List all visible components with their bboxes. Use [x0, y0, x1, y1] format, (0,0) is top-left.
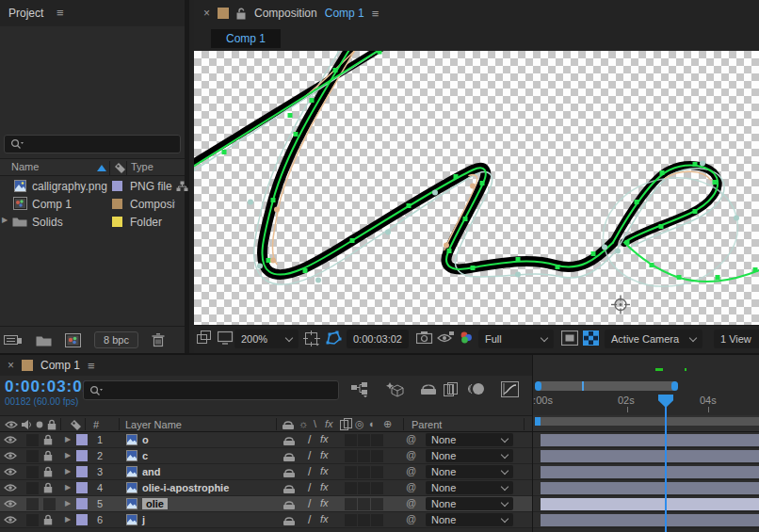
- switch-slots[interactable]: [345, 466, 383, 478]
- lock-toggle[interactable]: [43, 482, 53, 493]
- tab-comp1[interactable]: Comp 1: [211, 29, 281, 48]
- label-color[interactable]: [112, 217, 122, 227]
- label-color[interactable]: [76, 498, 88, 509]
- layer-bar-selected[interactable]: [533, 496, 759, 512]
- 3d-switch-icon[interactable]: ⊕: [383, 418, 392, 430]
- layer-name[interactable]: j: [142, 514, 145, 525]
- tab-comp1[interactable]: Comp 1: [40, 359, 80, 372]
- frame-blending-icon[interactable]: [444, 381, 460, 397]
- graph-editor-icon[interactable]: [501, 381, 519, 397]
- layer-name[interactable]: o: [142, 434, 149, 445]
- show-snapshot-icon[interactable]: [437, 330, 455, 344]
- label-color[interactable]: [76, 434, 88, 445]
- shy-toggle[interactable]: [283, 498, 296, 510]
- shy-switch-icon[interactable]: [282, 418, 295, 430]
- project-item-comp1[interactable]: Comp 1 Composition: [0, 195, 185, 213]
- layer-row-5[interactable]: ▶ 5 olie / fx @ None: [0, 496, 532, 512]
- time-ruler[interactable]: 0:00s 02s 04s: [533, 393, 759, 415]
- label-color[interactable]: [112, 181, 122, 191]
- resolution-dropdown[interactable]: Full: [478, 330, 554, 348]
- view-layout-dropdown[interactable]: 1 View: [714, 330, 759, 348]
- parent-dropdown[interactable]: None: [426, 497, 513, 510]
- parent-dropdown[interactable]: None: [426, 449, 513, 462]
- expander-icon[interactable]: ▶: [65, 467, 71, 476]
- parent-dropdown[interactable]: None: [426, 513, 513, 526]
- view-camera-dropdown[interactable]: Active Camera: [605, 330, 702, 348]
- mini-flowchart-icon[interactable]: [350, 381, 373, 397]
- motion-blur-switch-icon[interactable]: ◎: [355, 418, 364, 430]
- pick-whip-icon[interactable]: @: [406, 449, 416, 460]
- toggle-mask-path-icon[interactable]: [325, 330, 342, 346]
- label-color[interactable]: [76, 450, 88, 461]
- active-comp-name[interactable]: Comp 1: [325, 7, 364, 20]
- quality-toggle[interactable]: /: [308, 497, 311, 510]
- layer-row-3[interactable]: ▶ 3 and / fx @ None: [0, 464, 532, 480]
- layer-name[interactable]: and: [142, 466, 161, 477]
- switch-slots[interactable]: [345, 482, 383, 494]
- expander-icon[interactable]: ▶: [65, 451, 71, 459]
- switch-slots[interactable]: [345, 514, 383, 526]
- switch-slots[interactable]: [345, 450, 383, 462]
- shy-toggle[interactable]: [283, 482, 296, 494]
- parent-dropdown[interactable]: None: [426, 465, 513, 478]
- new-folder-icon[interactable]: [36, 334, 52, 347]
- layer-bar[interactable]: [533, 480, 759, 496]
- panel-menu-icon[interactable]: ≡: [372, 7, 380, 21]
- expander-icon[interactable]: ▶: [65, 515, 71, 524]
- time-navigator[interactable]: [533, 381, 759, 392]
- lock-column-icon[interactable]: [47, 419, 57, 430]
- lock-toggle[interactable]: [43, 450, 53, 461]
- trash-icon[interactable]: [152, 333, 165, 347]
- adjustment-switch-icon[interactable]: ◐: [369, 418, 376, 429]
- always-preview-icon[interactable]: [197, 330, 213, 345]
- effects-toggle[interactable]: fx: [320, 465, 329, 476]
- label-color[interactable]: [76, 466, 88, 477]
- layer-row-4[interactable]: ▶ 4 olie-i-apostrophie / fx @ None: [0, 480, 532, 496]
- quality-toggle[interactable]: /: [308, 433, 311, 446]
- visibility-toggle[interactable]: [4, 435, 17, 444]
- viewer-timecode[interactable]: 0:00:03:02: [347, 330, 409, 348]
- project-item-calligraphy[interactable]: calligraphy.png PNG file: [0, 177, 185, 195]
- pick-whip-icon[interactable]: @: [406, 497, 416, 508]
- eye-column-icon[interactable]: [5, 420, 18, 429]
- visibility-toggle[interactable]: [4, 467, 17, 476]
- shy-toggle[interactable]: [283, 434, 296, 446]
- layer-bar[interactable]: [533, 448, 759, 464]
- column-type[interactable]: Type: [131, 161, 153, 172]
- tab-project[interactable]: Project: [8, 7, 43, 20]
- shy-toggle[interactable]: [283, 466, 296, 478]
- collapse-switch-icon[interactable]: ☼: [299, 418, 308, 429]
- switch-slots[interactable]: [345, 434, 383, 446]
- visibility-toggle[interactable]: [4, 483, 17, 492]
- bit-depth-button[interactable]: 8 bpc: [94, 331, 138, 348]
- expander-icon[interactable]: ▶: [2, 216, 8, 224]
- snapshot-camera-icon[interactable]: [416, 330, 433, 344]
- channels-icon[interactable]: [459, 330, 474, 345]
- shy-layers-icon[interactable]: [419, 381, 438, 396]
- draft-3d-icon[interactable]: [386, 381, 405, 398]
- frame-blend-switch-icon[interactable]: [340, 418, 352, 430]
- navigator-start-handle[interactable]: [535, 381, 541, 391]
- navigator-end-handle[interactable]: [671, 381, 678, 391]
- column-name[interactable]: Name: [11, 161, 39, 172]
- motion-blur-icon[interactable]: [467, 381, 486, 396]
- quality-toggle[interactable]: /: [308, 481, 311, 494]
- pick-whip-icon[interactable]: @: [406, 481, 416, 492]
- close-icon[interactable]: ×: [8, 359, 14, 372]
- audio-column-icon[interactable]: [21, 419, 32, 430]
- anchor-point-icon[interactable]: [611, 296, 630, 314]
- quality-toggle[interactable]: /: [308, 513, 311, 526]
- layer-bar[interactable]: [533, 432, 759, 448]
- solo-column-icon[interactable]: [36, 421, 43, 428]
- playhead-line[interactable]: [665, 398, 667, 532]
- layer-row-1[interactable]: ▶ 1 o / fx @ None: [0, 432, 532, 448]
- parent-dropdown[interactable]: None: [426, 481, 513, 494]
- panel-menu-icon[interactable]: ≡: [88, 359, 95, 373]
- column-parent[interactable]: Parent: [412, 419, 442, 430]
- visibility-toggle[interactable]: [4, 451, 17, 460]
- layer-name[interactable]: olie: [142, 498, 168, 509]
- layer-bar[interactable]: [533, 512, 759, 528]
- visibility-toggle[interactable]: [4, 499, 17, 508]
- label-color[interactable]: [76, 482, 88, 493]
- parent-dropdown[interactable]: None: [426, 433, 513, 446]
